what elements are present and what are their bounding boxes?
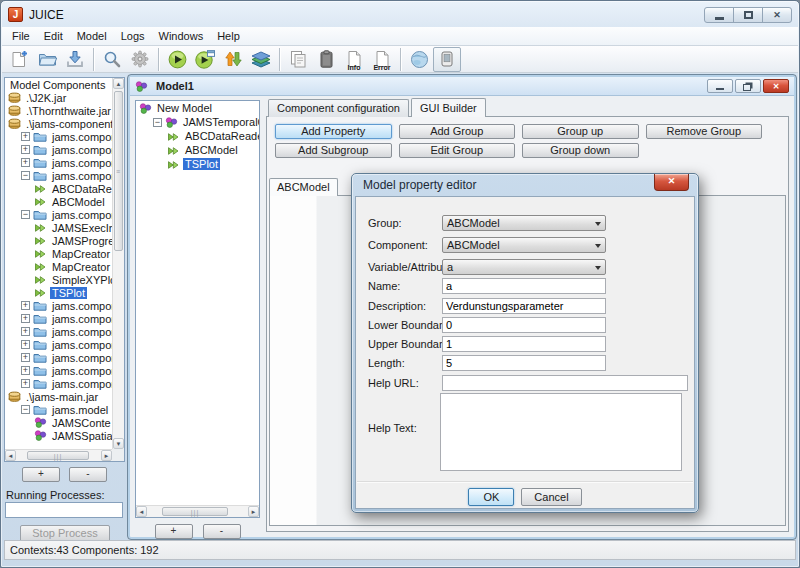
group-up-button[interactable]: Group up xyxy=(522,124,639,139)
tree-item-jams-componen[interactable]: +jams.componen xyxy=(5,143,112,156)
remove-component-button[interactable]: - xyxy=(69,467,107,482)
expand-icon[interactable]: + xyxy=(21,158,30,167)
tree-item-abcmodel[interactable]: ABCModel xyxy=(136,143,259,157)
group-combobox[interactable]: ABCModel xyxy=(442,215,606,231)
tab-component-configuration[interactable]: Component configuration xyxy=(268,99,409,117)
menu-windows[interactable]: Windows xyxy=(152,28,211,44)
save-model-icon[interactable] xyxy=(61,47,89,72)
collapse-icon[interactable]: − xyxy=(153,118,162,127)
scrollbar-thumb[interactable]: ||| xyxy=(27,451,89,460)
tree-item-jamsconte[interactable]: JAMSConte xyxy=(5,416,112,429)
tree-item-jams-componen[interactable]: +jams.componen xyxy=(5,312,112,325)
search-icon[interactable] xyxy=(98,47,126,72)
expand-icon[interactable]: + xyxy=(21,340,30,349)
close-button[interactable]: ✕ xyxy=(762,7,792,23)
edit-group-button[interactable]: Edit Group xyxy=(399,143,516,158)
expand-icon[interactable]: + xyxy=(21,366,30,375)
name-field[interactable] xyxy=(442,278,606,294)
model1-title-bar[interactable]: Model1 ✕ xyxy=(130,77,794,96)
tree-item-tsplot[interactable]: TSPlot xyxy=(136,157,259,171)
tree-item-new-model[interactable]: New Model xyxy=(136,101,259,115)
tree-item-jams-componen[interactable]: +jams.componen xyxy=(5,156,112,169)
vertical-scrollbar[interactable]: ▲ ≡ ▼ xyxy=(112,78,124,449)
expand-icon[interactable]: + xyxy=(21,327,30,336)
tree-item-jamsexecin[interactable]: JAMSExecIn xyxy=(5,221,112,234)
info-log-icon[interactable]: Info xyxy=(340,47,368,72)
minimize-button[interactable] xyxy=(704,7,734,23)
reload-libraries-icon[interactable] xyxy=(219,47,247,72)
tree-item-jamsprogre[interactable]: JAMSProgre xyxy=(5,234,112,247)
tree-item-jams-componen[interactable]: +jams.componen xyxy=(5,130,112,143)
model1-close-button[interactable]: ✕ xyxy=(763,79,789,93)
expand-icon[interactable]: + xyxy=(21,353,30,362)
lower-boundary-field[interactable] xyxy=(442,317,606,333)
help-text-textarea[interactable] xyxy=(440,393,682,471)
tree-item-mapcreator[interactable]: MapCreator xyxy=(5,247,112,260)
menu-model[interactable]: Model xyxy=(70,28,114,44)
upper-boundary-field[interactable] xyxy=(442,336,606,352)
dialog-title[interactable]: Model property editor xyxy=(352,174,698,196)
expand-icon[interactable]: + xyxy=(21,132,30,141)
web-icon[interactable] xyxy=(405,47,433,72)
scroll-up-icon[interactable]: ▲ xyxy=(113,78,124,89)
tree-item-jams-componen[interactable]: +jams.componen xyxy=(5,364,112,377)
tree-item-abcdatare[interactable]: ABCDataRe xyxy=(5,182,112,195)
maximize-button[interactable] xyxy=(733,7,763,23)
horizontal-scrollbar[interactable]: ◄ ||| ► xyxy=(136,505,259,517)
copy-icon[interactable] xyxy=(284,47,312,72)
tree-item-thornthwaite-jar[interactable]: .\Thornthwaite.jar xyxy=(5,104,112,117)
add-subgroup-button[interactable]: Add Subgroup xyxy=(275,143,392,158)
scroll-left-icon[interactable]: ◄ xyxy=(136,506,147,517)
add-component-button[interactable]: + xyxy=(22,467,60,482)
ok-button[interactable]: OK xyxy=(468,488,514,506)
group-tab-abcmodel[interactable]: ABCModel xyxy=(269,178,338,196)
chevron-down-icon[interactable] xyxy=(595,222,601,226)
tree-item-model-components[interactable]: Model Components xyxy=(5,78,112,91)
model1-restore-button[interactable] xyxy=(735,79,761,93)
title-bar[interactable]: J JUICE ✕ xyxy=(2,2,798,27)
menu-logs[interactable]: Logs xyxy=(114,28,152,44)
tree-item-jams-componen[interactable]: −jams.componen xyxy=(5,208,112,221)
collapse-icon[interactable]: − xyxy=(21,210,30,219)
expand-icon[interactable]: + xyxy=(21,379,30,388)
tree-item-mapcreator[interactable]: MapCreator xyxy=(5,260,112,273)
settings-gear-icon[interactable] xyxy=(126,47,154,72)
open-model-icon[interactable] xyxy=(33,47,61,72)
tree-item-jams-componen[interactable]: +jams.componen xyxy=(5,338,112,351)
horizontal-scrollbar[interactable]: ◄ ||| ► xyxy=(5,449,112,461)
run-model-icon[interactable] xyxy=(163,47,191,72)
clipboard-icon[interactable] xyxy=(312,47,340,72)
expand-icon[interactable]: + xyxy=(21,314,30,323)
description-field[interactable] xyxy=(442,298,606,314)
expand-icon[interactable]: + xyxy=(21,301,30,310)
cancel-button[interactable]: Cancel xyxy=(521,488,581,506)
tree-item-abcmodel[interactable]: ABCModel xyxy=(5,195,112,208)
gis-layers-icon[interactable] xyxy=(247,47,275,72)
tree-item-jams-componen[interactable]: +jams.componen xyxy=(5,377,112,390)
length-field[interactable] xyxy=(442,355,606,371)
tree-item-jamsspatia[interactable]: JAMSSpatia xyxy=(5,429,112,442)
scroll-down-icon[interactable]: ▼ xyxy=(113,438,124,449)
help-url-field[interactable] xyxy=(442,375,688,391)
tree-item-j2k-jar[interactable]: .\J2K.jar xyxy=(5,91,112,104)
scrollbar-thumb[interactable]: ≡ xyxy=(114,91,123,251)
tree-item-jams-componen[interactable]: +jams.componen xyxy=(5,299,112,312)
scroll-right-icon[interactable]: ► xyxy=(101,450,112,461)
tree-item-jams-componen[interactable]: +jams.componen xyxy=(5,325,112,338)
scroll-left-icon[interactable]: ◄ xyxy=(5,450,16,461)
run-model-gui-icon[interactable] xyxy=(191,47,219,72)
scrollbar-thumb[interactable]: ||| xyxy=(162,507,228,516)
tree-item-tsplot[interactable]: TSPlot xyxy=(5,286,112,299)
tree-item-simplexyplo[interactable]: SimpleXYPlo xyxy=(5,273,112,286)
scroll-right-icon[interactable]: ► xyxy=(248,506,259,517)
collapse-icon[interactable]: − xyxy=(21,171,30,180)
tab-gui-builder[interactable]: GUI Builder xyxy=(411,98,486,117)
group-down-button[interactable]: Group down xyxy=(522,143,639,158)
menu-edit[interactable]: Edit xyxy=(37,28,70,44)
expand-icon[interactable]: + xyxy=(21,145,30,154)
error-log-icon[interactable]: Error xyxy=(368,47,396,72)
chevron-down-icon[interactable] xyxy=(595,244,601,248)
tree-item-jamstemporalcontext[interactable]: −JAMSTemporalContext xyxy=(136,115,259,129)
menu-help[interactable]: Help xyxy=(210,28,247,44)
running-processes-list[interactable] xyxy=(5,502,123,518)
